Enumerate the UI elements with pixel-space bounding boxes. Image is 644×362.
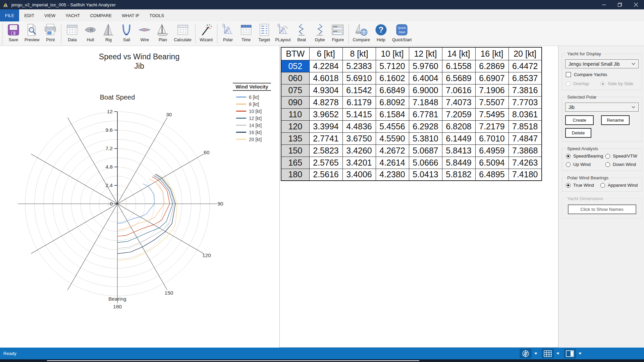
compare-yachts-row[interactable]: Compare Yachts: [566, 72, 639, 77]
table-row-header[interactable]: 180: [281, 169, 309, 181]
apparent-wind-radio-item[interactable]: Apparent Wind: [600, 183, 639, 188]
table-cell[interactable]: 4.2380: [376, 169, 409, 181]
table-cell[interactable]: 7.5495: [475, 108, 508, 120]
table-cell[interactable]: 6.5689: [442, 72, 475, 84]
table-cell[interactable]: 7.4073: [442, 96, 475, 108]
speed-bearing-radio-item[interactable]: Speed/Bearing: [566, 154, 605, 159]
apparent-wind-radio[interactable]: [600, 183, 605, 188]
table-row-header[interactable]: 075: [281, 84, 309, 96]
table-row-header[interactable]: 090: [281, 96, 309, 108]
table-row-header[interactable]: 060: [281, 72, 309, 84]
table-cell[interactable]: 3.4260: [342, 144, 376, 157]
table-cell[interactable]: 6.7781: [409, 108, 442, 120]
toolbar-print-button[interactable]: Print: [41, 22, 59, 43]
table-cell[interactable]: 5.2383: [342, 60, 376, 72]
side-by-side-radio-item[interactable]: Side by Side: [600, 81, 639, 86]
table-cell[interactable]: 5.0413: [409, 169, 442, 181]
restore-button[interactable]: [612, 0, 628, 9]
toolbar-help-button[interactable]: ? Help: [372, 22, 390, 43]
toolbar-time-button[interactable]: Time: [237, 22, 255, 43]
grid-view-dropdown-caret[interactable]: [556, 353, 559, 355]
table-cell[interactable]: 7.4847: [508, 132, 542, 144]
table-cell[interactable]: 3.6750: [342, 132, 376, 144]
down-wind-radio-item[interactable]: Down Wind: [605, 162, 639, 167]
table-cell[interactable]: 5.6910: [342, 72, 376, 84]
table-row-header[interactable]: 052: [281, 60, 309, 72]
table-cell[interactable]: 6.1179: [342, 96, 376, 108]
table-cell[interactable]: 7.3816: [508, 84, 542, 96]
toolbar-target-button[interactable]: Target: [255, 22, 273, 43]
table-cell[interactable]: 6.6849: [376, 84, 409, 96]
overlap-radio-item[interactable]: Overlap: [566, 81, 600, 86]
table-cell[interactable]: 2.7741: [309, 132, 342, 144]
menu-compare[interactable]: COMPARE: [85, 9, 117, 21]
table-cell[interactable]: 6.1602: [376, 72, 409, 84]
polar-view-button[interactable]: [520, 349, 532, 358]
speed-vtw-radio[interactable]: [605, 154, 610, 159]
menu-edit[interactable]: EDIT: [19, 9, 39, 21]
menu-file[interactable]: FILE: [0, 9, 19, 21]
table-cell[interactable]: 3.4201: [342, 157, 376, 169]
table-cell[interactable]: 6.4004: [409, 72, 442, 84]
table-cell[interactable]: 6.5094: [475, 157, 508, 169]
table-cell[interactable]: 5.4556: [376, 120, 409, 132]
menu-yacht[interactable]: YACHT: [60, 9, 85, 21]
table-cell[interactable]: 6.1542: [342, 84, 376, 96]
speed-bearing-radio[interactable]: [566, 154, 571, 159]
table-cell[interactable]: 7.5507: [475, 96, 508, 108]
toolbar-data-button[interactable]: Data: [63, 22, 81, 43]
rename-button[interactable]: Rename: [601, 115, 630, 125]
table-row-header[interactable]: 110: [281, 108, 309, 120]
table-cell[interactable]: 6.4895: [475, 169, 508, 181]
delete-button[interactable]: Delete: [565, 128, 591, 138]
table-cell[interactable]: 2.5616: [309, 169, 342, 181]
toolbar-plan-button[interactable]: Plan: [154, 22, 172, 43]
table-cell[interactable]: 6.9000: [409, 84, 442, 96]
toolbar-figure-button[interactable]: Figure: [329, 22, 347, 43]
table-cell[interactable]: 2.5765: [309, 157, 342, 169]
table-cell[interactable]: 4.6018: [309, 72, 342, 84]
table-cell[interactable]: 4.8278: [309, 96, 342, 108]
table-row-header[interactable]: 165: [281, 157, 309, 169]
table-cell[interactable]: 4.2284: [309, 60, 342, 72]
table-cell[interactable]: 4.4836: [342, 120, 376, 132]
table-cell[interactable]: 7.1848: [409, 96, 442, 108]
menu-view[interactable]: VIEW: [39, 9, 60, 21]
table-cell[interactable]: 5.7120: [376, 60, 409, 72]
down-wind-radio[interactable]: [605, 162, 610, 167]
table-cell[interactable]: 4.9304: [309, 84, 342, 96]
toolbar-playout-button[interactable]: PLayout: [273, 22, 293, 43]
table-cell[interactable]: 6.4472: [508, 60, 542, 72]
menu-tools[interactable]: TOOLS: [144, 9, 169, 21]
up-wind-radio[interactable]: [566, 162, 571, 167]
toolbar-wizard-button[interactable]: Wizard: [197, 22, 215, 43]
table-cell[interactable]: 4.2672: [376, 144, 409, 157]
toolbar-gybe-button[interactable]: Gybe: [311, 22, 329, 43]
table-row-header[interactable]: 120: [281, 120, 309, 132]
table-cell[interactable]: 5.8449: [442, 157, 475, 169]
selected-polar-dropdown[interactable]: Jib: [565, 103, 639, 112]
table-cell[interactable]: 5.9760: [409, 60, 442, 72]
table-cell[interactable]: 6.1584: [376, 108, 409, 120]
toolbar-calculate-button[interactable]: Calculate: [172, 22, 193, 43]
table-cell[interactable]: 3.9652: [309, 108, 342, 120]
table-row-header[interactable]: 150: [281, 144, 309, 157]
toolbar-sail-button[interactable]: Sail: [117, 22, 136, 43]
toolbar-polar-button[interactable]: Polar: [219, 22, 237, 43]
speed-vtw-radio-item[interactable]: Speed/VTW: [605, 154, 639, 159]
table-cell[interactable]: 7.4180: [508, 169, 542, 181]
overlap-radio[interactable]: [566, 81, 571, 86]
minimize-button[interactable]: [596, 0, 612, 9]
polar-view-dropdown-caret[interactable]: [534, 353, 537, 355]
table-cell[interactable]: 6.8208: [442, 120, 475, 132]
split-view-button[interactable]: [564, 349, 576, 358]
compare-yachts-checkbox[interactable]: [566, 72, 571, 77]
close-button[interactable]: [628, 0, 644, 9]
table-cell[interactable]: 7.2179: [475, 120, 508, 132]
toolbar-preview-button[interactable]: Preview: [22, 22, 41, 43]
table-cell[interactable]: 5.1415: [342, 108, 376, 120]
toolbar-compare-button[interactable]: Compare: [351, 22, 372, 43]
side-by-side-radio[interactable]: [600, 81, 605, 86]
toolbar-grip[interactable]: [1, 24, 4, 45]
table-row-header[interactable]: 135: [281, 132, 309, 144]
